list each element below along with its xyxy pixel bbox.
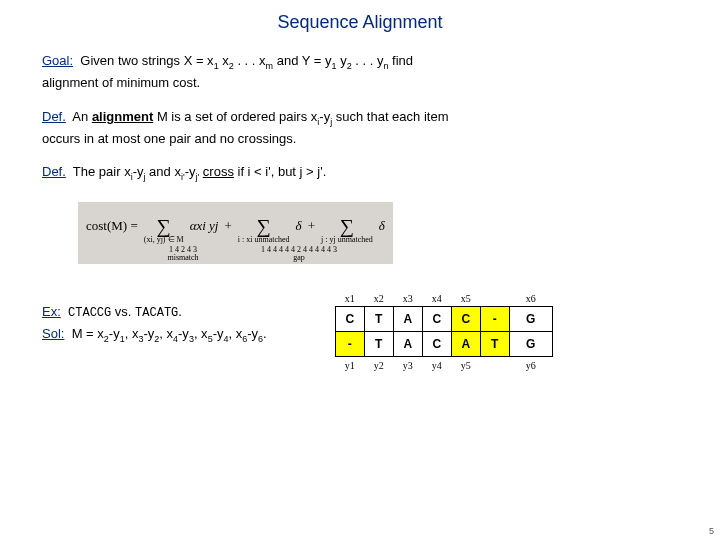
def2-label: Def. bbox=[42, 164, 66, 179]
sol-label: Sol: bbox=[42, 326, 64, 341]
example-line: Ex: CTACCG vs. TACATG. bbox=[42, 304, 267, 320]
goal-text: Given two strings X = x bbox=[80, 53, 213, 68]
def1-paragraph: Def. An alignment M is a set of ordered … bbox=[42, 107, 678, 149]
table-row: - T A C A T G bbox=[317, 332, 553, 357]
def2-paragraph: Def. The pair xi-yj and xi'-yj' cross if… bbox=[42, 162, 678, 184]
slide-title: Sequence Alignment bbox=[42, 12, 678, 33]
cross-word: cross bbox=[203, 164, 234, 179]
table-row: C T A C C - G bbox=[317, 307, 553, 332]
goal-label: Goal: bbox=[42, 53, 73, 68]
solution-line: Sol: M = x2-y1, x3-y2, x4-y3, x5-y4, x6-… bbox=[42, 326, 267, 344]
goal-paragraph: Goal: Given two strings X = x1 x2 . . . … bbox=[42, 51, 678, 93]
ex-label: Ex: bbox=[42, 304, 61, 319]
page-number: 5 bbox=[709, 526, 714, 536]
alignment-table: x1 x2 x3 x4 x5 x6 C T A C C - G bbox=[317, 290, 553, 373]
cost-formula: cost(M) = ∑ (xi, yj) ∈ M αxi yj + ∑ i : … bbox=[78, 202, 393, 264]
def1-label: Def. bbox=[42, 109, 66, 124]
